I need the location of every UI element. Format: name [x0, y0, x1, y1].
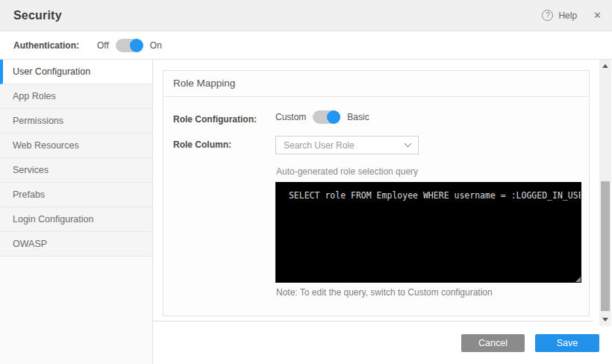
sidebar-item-app-roles[interactable]: App Roles: [0, 84, 152, 109]
role-column-select[interactable]: Search User Role: [275, 136, 419, 154]
sidebar-item-prefabs[interactable]: Prefabs: [0, 183, 152, 207]
help-icon[interactable]: ?: [542, 10, 553, 21]
scroll-down-icon[interactable]: [599, 315, 611, 324]
authentication-toggle[interactable]: [116, 39, 143, 52]
role-configuration-basic-label: Basic: [347, 112, 369, 122]
sidebar-item-owasp[interactable]: OWASP: [0, 232, 152, 257]
role-selection-query-textarea[interactable]: [275, 182, 581, 283]
authentication-off-label: Off: [97, 40, 109, 51]
role-configuration-label: Role Configuration:: [173, 114, 257, 125]
header-actions: ? Help ✕: [542, 10, 602, 21]
footer-divider: [153, 321, 593, 321]
save-button[interactable]: Save: [535, 334, 599, 352]
sidebar-item-web-resources[interactable]: Web Resources: [0, 134, 152, 158]
query-note: Note: To edit the query, switch to Custo…: [276, 287, 493, 298]
authentication-label: Authentication:: [13, 40, 79, 51]
security-sidebar: User Configuration App Roles Permissions…: [0, 60, 153, 364]
role-configuration-toggle[interactable]: [313, 110, 340, 124]
toggle-knob-icon: [327, 110, 340, 124]
authentication-row: Authentication: Off On: [0, 31, 612, 60]
main-content: Role Mapping Role Configuration: Custom …: [153, 60, 612, 364]
scrollbar-thumb[interactable]: [601, 181, 610, 311]
sidebar-item-services[interactable]: Services: [0, 158, 152, 183]
close-icon[interactable]: ✕: [593, 10, 602, 20]
chevron-down-icon: [405, 140, 412, 148]
window-header: Security ? Help ✕: [0, 0, 612, 31]
page-title: Security: [13, 9, 62, 22]
role-mapping-panel: Role Mapping Role Configuration: Custom …: [163, 70, 590, 316]
role-column-placeholder: Search User Role: [284, 140, 405, 151]
role-mapping-title: Role Mapping: [163, 71, 589, 97]
role-configuration-control: Custom Basic: [275, 110, 369, 124]
sidebar-item-user-configuration[interactable]: User Configuration: [0, 60, 152, 84]
scroll-up-icon[interactable]: [599, 61, 611, 71]
sidebar-item-login-configuration[interactable]: Login Configuration: [0, 207, 152, 232]
role-column-label: Role Column:: [173, 139, 231, 150]
help-button[interactable]: Help: [558, 10, 577, 21]
vertical-scrollbar[interactable]: [599, 60, 611, 326]
query-label: Auto-generated role selection query: [276, 166, 418, 177]
sidebar-item-permissions[interactable]: Permissions: [0, 109, 152, 134]
toggle-knob-icon: [130, 39, 143, 52]
role-configuration-custom-label: Custom: [275, 112, 306, 122]
cancel-button[interactable]: Cancel: [461, 334, 525, 352]
authentication-on-label: On: [150, 40, 162, 51]
